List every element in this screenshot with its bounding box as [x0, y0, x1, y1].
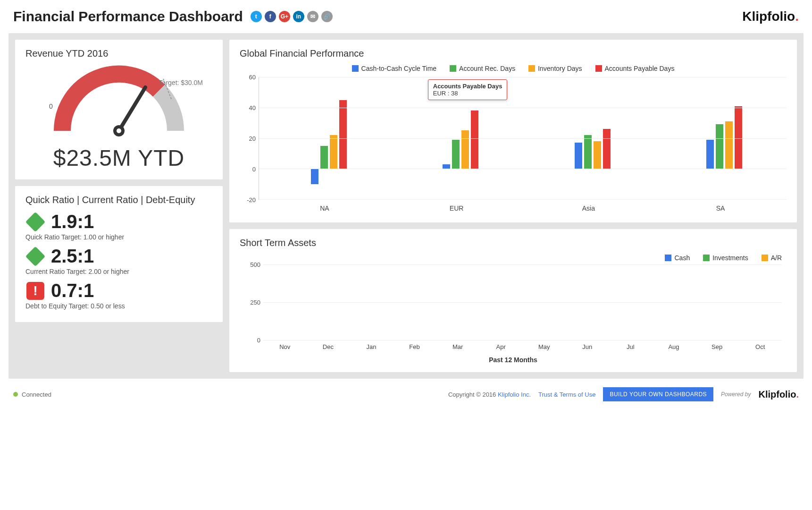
y-tick-label: 250 [240, 299, 260, 306]
ratio-value: 0.7:1 [51, 280, 94, 301]
global-perf-title: Global Financial Performance [240, 48, 787, 59]
connection-status-text: Connected [22, 391, 51, 398]
bar[interactable] [461, 130, 469, 169]
bar[interactable] [594, 141, 601, 169]
brand-dot-icon: . [795, 9, 799, 24]
grid-line [263, 340, 782, 340]
tooltip-value: EUR : 38 [433, 90, 502, 97]
x-label: EUR [391, 202, 523, 214]
legend-item[interactable]: Inventory Days [528, 65, 582, 72]
y-tick-label: -20 [247, 196, 256, 204]
facebook-icon[interactable]: f [265, 11, 276, 22]
linkedin-icon[interactable]: in [293, 11, 304, 22]
bar[interactable] [575, 143, 582, 169]
legend-item[interactable]: A/R [762, 254, 782, 262]
legend-swatch-icon [703, 255, 710, 261]
bar[interactable] [603, 129, 611, 169]
legend-item[interactable]: Cash [665, 254, 690, 262]
google-plus-icon[interactable]: G+ [279, 11, 290, 22]
ratio-value: 1.9:1 [51, 211, 94, 232]
y-tick-label: 0 [240, 337, 260, 344]
legend-item[interactable]: Accounts Payable Days [595, 65, 675, 72]
short-term-card: Short Term Assets CashInvestmentsA/R 025… [229, 229, 797, 372]
bar[interactable] [725, 121, 733, 169]
page-title: Financial Performance Dashboard [13, 8, 243, 25]
short-term-chart: 0250500 NovDecJanFebMarAprMayJunJulAugSe… [240, 264, 787, 364]
x-label: May [522, 343, 566, 350]
legend-item[interactable]: Account Rec. Days [450, 65, 515, 72]
legend-item[interactable]: Cash-to-Cash Cycle Time [352, 65, 437, 72]
twitter-icon[interactable]: t [251, 11, 262, 22]
x-label: Jul [609, 343, 653, 350]
brand-text: Klipfolio [742, 9, 795, 24]
bar[interactable] [311, 169, 318, 184]
svg-line-1 [119, 87, 145, 131]
legend-label: Inventory Days [538, 65, 582, 72]
gauge-target-label: Target: $30.0M [159, 79, 203, 86]
legend-swatch-icon [595, 65, 602, 72]
y-tick-label: 20 [249, 135, 256, 142]
ratio-row: 1.9:1 [25, 211, 212, 232]
bar[interactable] [339, 100, 347, 169]
legend-label: A/R [771, 254, 782, 262]
x-label: SA [654, 202, 787, 214]
bar[interactable] [452, 140, 460, 169]
y-tick-label: 40 [249, 104, 256, 111]
bar[interactable] [706, 140, 714, 169]
company-link[interactable]: Klipfolio Inc. [498, 391, 531, 398]
connection-status-icon [13, 392, 18, 397]
grid-line [263, 264, 782, 265]
global-perf-xlabels: NAEURAsiaSA [259, 202, 787, 214]
ratios-card: Quick Ratio | Current Ratio | Debt-Equit… [15, 186, 223, 322]
x-label: Jun [566, 343, 609, 350]
global-perf-yaxis: -200204060 [240, 77, 259, 200]
status-ok-icon [25, 212, 45, 232]
legend-swatch-icon [352, 65, 359, 72]
legend-label: Cash-to-Cash Cycle Time [361, 65, 437, 72]
bar[interactable] [330, 135, 337, 169]
short-term-title: Short Term Assets [240, 238, 787, 248]
email-icon[interactable]: ✉ [307, 11, 318, 22]
bar[interactable] [716, 124, 723, 169]
gauge-value: $23.5M YTD [25, 145, 212, 171]
legend-swatch-icon [450, 65, 456, 72]
grid-line [263, 302, 782, 303]
x-label: Oct [738, 343, 782, 350]
dashboard: Revenue YTD 2016 0 Target: $30.0M $23.5M… [8, 33, 804, 379]
bar[interactable] [584, 135, 592, 169]
terms-link[interactable]: Trust & Terms of Use [538, 391, 595, 398]
revenue-card: Revenue YTD 2016 0 Target: $30.0M $23.5M… [15, 40, 223, 179]
status-alert-icon: ! [25, 281, 45, 301]
grid-line [259, 77, 787, 77]
global-perf-card: Global Financial Performance Cash-to-Cas… [229, 40, 797, 222]
left-column: Revenue YTD 2016 0 Target: $30.0M $23.5M… [15, 40, 223, 372]
build-dashboards-button[interactable]: BUILD YOUR OWN DASHBOARDS [603, 387, 713, 401]
global-perf-plot: Accounts Payable Days EUR : 38 [259, 77, 787, 200]
copyright-text: Copyright © 2016 Klipfolio Inc. [448, 391, 531, 398]
social-icons: t f G+ in ✉ 🔗 [251, 11, 333, 22]
bar[interactable] [471, 110, 478, 169]
link-icon[interactable]: 🔗 [321, 11, 333, 22]
x-label: NA [259, 202, 391, 214]
legend-label: Accounts Payable Days [605, 65, 675, 72]
x-label: Feb [393, 343, 436, 350]
ratio-value: 2.5:1 [51, 246, 94, 267]
bar[interactable] [735, 106, 742, 169]
ratio-target: Current Ratio Target: 2.00 or higher [25, 268, 212, 275]
ratio-row: 2.5:1 [25, 246, 212, 267]
x-label: Sep [695, 343, 739, 350]
bar[interactable] [443, 164, 450, 169]
legend-item[interactable]: Investments [703, 254, 748, 262]
x-label: Dec [307, 343, 350, 350]
short-term-xtitle: Past 12 Months [240, 356, 787, 364]
grid-line [259, 199, 787, 200]
header-left: Financial Performance Dashboard t f G+ i… [13, 8, 333, 25]
bar[interactable] [320, 146, 328, 169]
legend-swatch-icon [665, 255, 671, 261]
gauge-icon [39, 65, 199, 140]
ratio-target: Debt to Equity Target: 0.50 or less [25, 302, 212, 310]
grid-line [259, 169, 787, 169]
ratios-body: 1.9:1Quick Ratio Target: 1.00 or higher2… [25, 211, 212, 310]
global-perf-chart: -200204060 Accounts Payable Days EUR : 3… [240, 77, 787, 214]
revenue-gauge: 0 Target: $30.0M $23.5M YTD [25, 65, 212, 171]
